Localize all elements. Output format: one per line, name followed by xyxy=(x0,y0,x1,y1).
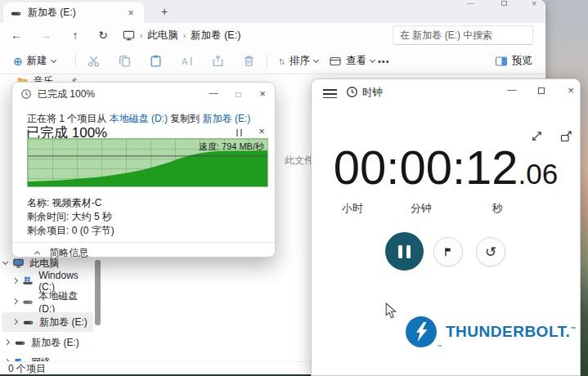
drive-icon xyxy=(22,296,34,307)
preview-button[interactable]: 预览 xyxy=(491,51,536,71)
this-pc-icon xyxy=(123,29,135,42)
delete-button[interactable] xyxy=(239,51,259,71)
sidebar-scrollbar[interactable] xyxy=(95,260,101,325)
chevron-right-icon[interactable] xyxy=(12,298,18,304)
cut-button[interactable] xyxy=(83,51,104,71)
dialog-maximize-button[interactable] xyxy=(231,89,245,99)
search-input[interactable] xyxy=(400,29,527,41)
forward-button[interactable]: → xyxy=(36,26,56,44)
dialog-minimize-button[interactable]: — xyxy=(207,87,220,97)
up-button[interactable]: ↑ xyxy=(65,26,85,44)
sidebar-item-windows-c[interactable]: Windows (C:) xyxy=(0,271,93,291)
sidebar-item-label: 新加卷 (E:) xyxy=(39,316,88,329)
reset-icon: ↺ xyxy=(485,244,496,261)
lap-flag-button[interactable] xyxy=(433,237,463,266)
dialog-divider xyxy=(12,242,275,243)
chevron-right-icon[interactable] xyxy=(12,278,18,284)
drive-icon xyxy=(14,337,26,348)
drive-icon xyxy=(22,316,34,328)
view-button[interactable]: 查看 xyxy=(325,51,378,71)
breadcrumb-new-volume[interactable]: 新加卷 (E:) xyxy=(191,29,240,43)
clock-app-icon xyxy=(346,86,358,98)
plus-circle-icon: ⊕ xyxy=(13,55,23,68)
pause-copy-button[interactable] xyxy=(236,129,242,137)
sidebar-item-local-disk-d[interactable]: 本地磁盘 (D:) xyxy=(0,292,93,311)
fewer-details-toggle[interactable]: 简略信息 xyxy=(35,246,88,260)
tab-new-volume[interactable]: 新加卷 (E:) × xyxy=(3,2,144,23)
rename-button[interactable]: A xyxy=(177,51,197,71)
sort-button[interactable]: ↑↓ 排序 xyxy=(275,51,321,71)
cancel-copy-button[interactable]: × xyxy=(256,125,267,137)
sidebar-item-label: 新加卷 (E:) xyxy=(31,336,79,350)
copy-icon xyxy=(118,54,132,68)
clock-close-button[interactable]: × xyxy=(563,84,578,96)
dialog-title: 已完成 100% xyxy=(38,87,95,101)
chevron-right-icon[interactable] xyxy=(12,319,18,325)
tab-bar: 新加卷 (E:) × + — × xyxy=(0,0,545,23)
fewer-details-label: 简略信息 xyxy=(49,246,88,260)
tab-close-icon[interactable]: × xyxy=(124,7,137,19)
copy-button[interactable] xyxy=(114,51,135,71)
preview-button-label: 预览 xyxy=(512,54,532,68)
items-remaining-text: 剩余项目: 0 (0 字节) xyxy=(27,224,114,238)
pause-icon xyxy=(406,245,411,258)
time-fraction: .06 xyxy=(518,158,559,190)
window-close-button[interactable]: × xyxy=(532,0,543,7)
sort-button-label: 排序 xyxy=(290,54,310,68)
toolbar-divider xyxy=(75,54,76,68)
window-maximize-button[interactable] xyxy=(501,0,513,7)
new-button-label: 新建 xyxy=(27,54,47,68)
chevron-down-icon[interactable] xyxy=(2,259,8,265)
sidebar-item-new-volume-e[interactable]: 新加卷 (E:) xyxy=(2,312,93,332)
speed-chart: 速度: 794 MB/秒 xyxy=(27,138,268,187)
pause-button[interactable] xyxy=(385,232,424,271)
source-drive-link[interactable]: 本地磁盘 (D:) xyxy=(110,113,168,124)
new-button[interactable]: ⊕ 新建 xyxy=(10,51,59,71)
sidebar-item-new-volume-e-2[interactable]: 新加卷 (E:) xyxy=(0,333,93,352)
chevron-down-icon xyxy=(313,57,319,63)
mouse-cursor xyxy=(385,302,397,320)
refresh-button[interactable]: ↻ xyxy=(93,26,113,44)
rename-icon: A xyxy=(180,54,194,68)
toolbar-divider xyxy=(267,54,267,68)
dest-drive-link[interactable]: 新加卷 (E:) xyxy=(203,113,251,124)
breadcrumb-separator: › xyxy=(178,31,191,40)
see-more-button[interactable]: ••• xyxy=(375,51,393,71)
thunderbolt-wordmark: THUNDERBOLT.™ xyxy=(446,323,577,341)
sort-icon: ↑↓ xyxy=(278,56,283,67)
preview-pane-icon xyxy=(495,55,508,68)
dialog-close-button[interactable]: × xyxy=(256,87,269,100)
maximize-icon xyxy=(501,1,507,6)
hours-label: 小时 xyxy=(342,201,363,216)
computer-icon xyxy=(12,257,25,269)
address-bar: ← → ↑ ↻ › 此电脑 › 新加卷 (E:) xyxy=(0,23,545,47)
search-box[interactable] xyxy=(393,25,533,45)
share-button[interactable] xyxy=(208,51,228,71)
clock-window-title: 时钟 xyxy=(362,86,383,100)
clock-maximize-button[interactable] xyxy=(534,86,549,96)
svg-text:A: A xyxy=(182,56,188,66)
window-minimize-button[interactable]: — xyxy=(467,0,478,7)
pause-icon xyxy=(398,245,402,258)
cut-icon xyxy=(87,54,101,68)
share-icon xyxy=(211,54,225,68)
drive-icon xyxy=(10,7,22,19)
chevron-right-icon[interactable] xyxy=(4,339,10,345)
paste-button[interactable] xyxy=(146,51,166,71)
item-count: 0 个项目 xyxy=(8,363,46,374)
clock-icon xyxy=(20,88,32,100)
reset-button[interactable]: ↺ xyxy=(476,237,505,266)
flag-icon xyxy=(442,246,454,257)
sidebar-item-label: 本地磁盘 (D:) xyxy=(38,289,93,315)
new-tab-button[interactable]: + xyxy=(155,3,173,20)
speed-label: 速度: 794 MB/秒 xyxy=(199,141,264,153)
trash-icon xyxy=(242,54,256,68)
maximize-icon xyxy=(236,92,241,97)
maximize-icon xyxy=(538,87,545,94)
chevron-up-icon xyxy=(34,251,40,257)
breadcrumb-this-pc[interactable]: 此电脑 xyxy=(147,29,178,43)
windows-drive-icon xyxy=(22,275,34,287)
hamburger-menu-button[interactable] xyxy=(323,87,337,101)
clock-minimize-button[interactable]: — xyxy=(505,84,519,94)
back-button[interactable]: ← xyxy=(7,26,26,44)
